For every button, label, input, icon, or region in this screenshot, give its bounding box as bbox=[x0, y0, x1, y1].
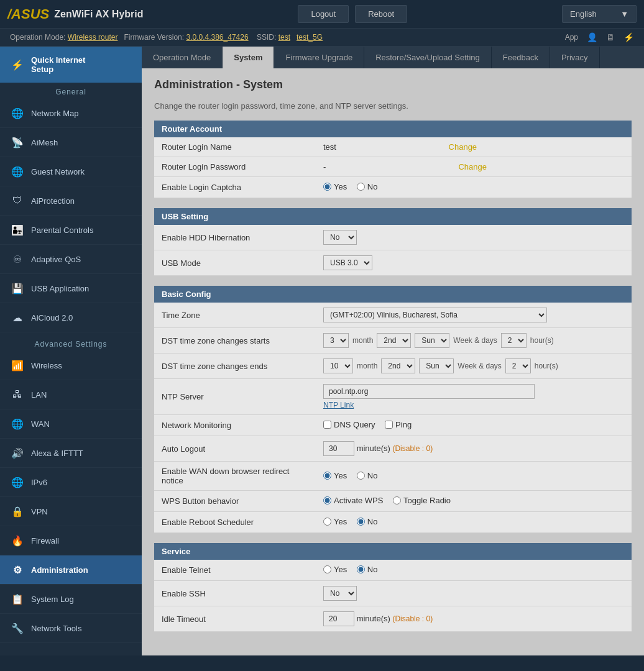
hdd-hibernation-select[interactable]: No Yes bbox=[323, 230, 357, 245]
reboot-no-label[interactable]: No bbox=[357, 517, 378, 526]
statusbar: Operation Mode: Wireless router Firmware… bbox=[0, 29, 644, 47]
dst-start-month-select[interactable]: 3 bbox=[323, 333, 349, 348]
telnet-yes-label[interactable]: Yes bbox=[323, 565, 347, 574]
network-map-icon: 🌐 bbox=[10, 106, 25, 121]
idle-timeout-input[interactable] bbox=[323, 611, 354, 626]
captcha-no-radio[interactable] bbox=[357, 183, 365, 191]
language-selector[interactable]: English ▼ bbox=[562, 5, 637, 23]
dst-end-week-select[interactable]: 2nd bbox=[381, 358, 415, 373]
wan-redirect-no-text: No bbox=[367, 471, 378, 480]
wan-redirect-yes-label[interactable]: Yes bbox=[323, 471, 347, 480]
sidebar-item-wan[interactable]: 🌐 WAN bbox=[0, 409, 142, 439]
sidebar-item-parental-controls[interactable]: 👨‍👧 Parental Controls bbox=[0, 216, 142, 245]
sidebar-item-label: Administration bbox=[31, 565, 88, 575]
sidebar-item-system-log[interactable]: 📋 System Log bbox=[0, 585, 142, 614]
captcha-yes-text: Yes bbox=[334, 182, 347, 191]
ssid-label: SSID: bbox=[257, 33, 276, 42]
dns-query-label[interactable]: DNS Query bbox=[323, 420, 375, 429]
wan-redirect-no-label[interactable]: No bbox=[357, 471, 378, 480]
usb-mode-select[interactable]: USB 2.0 USB 3.0 bbox=[323, 255, 372, 270]
dst-end-cell: 10 month 2nd Sun Week & days bbox=[316, 354, 632, 379]
telnet-no-radio[interactable] bbox=[357, 565, 365, 573]
sidebar-item-guest-network[interactable]: 🌐 Guest Network bbox=[0, 157, 142, 186]
sidebar-item-administration[interactable]: ⚙ Administration bbox=[0, 555, 142, 585]
table-row: Network Monitoring DNS Query Ping bbox=[154, 415, 632, 436]
login-name-change-link[interactable]: Change bbox=[449, 142, 477, 152]
sidebar-item-network-map[interactable]: 🌐 Network Map bbox=[0, 99, 142, 128]
reboot-no-radio[interactable] bbox=[357, 518, 365, 526]
ntp-server-input[interactable] bbox=[323, 384, 535, 399]
wan-redirect-no-radio[interactable] bbox=[357, 472, 365, 480]
tab-feedback[interactable]: Feedback bbox=[492, 47, 550, 68]
captcha-no-label[interactable]: No bbox=[357, 182, 378, 191]
tab-system[interactable]: System bbox=[223, 47, 274, 68]
sidebar-item-usb-application[interactable]: 💾 USB Application bbox=[0, 274, 142, 303]
tab-operation-mode[interactable]: Operation Mode bbox=[142, 47, 223, 68]
captcha-yes-label[interactable]: Yes bbox=[323, 182, 347, 191]
reboot-yes-radio[interactable] bbox=[323, 518, 331, 526]
operation-mode-value[interactable]: Wireless router bbox=[68, 33, 118, 42]
sidebar-item-vpn[interactable]: 🔒 VPN bbox=[0, 497, 142, 526]
usb-setting-table: Enable HDD Hibernation No Yes USB Mode bbox=[154, 225, 632, 276]
sidebar-item-ipv6[interactable]: 🌐 IPv6 bbox=[0, 468, 142, 497]
sidebar-item-label: Alexa & IFTTT bbox=[31, 449, 83, 458]
wan-icon: 🌐 bbox=[10, 416, 25, 431]
service-table: Enable Telnet Yes No bbox=[154, 560, 632, 632]
dst-start-week-select[interactable]: 2nd bbox=[377, 333, 411, 348]
sidebar-item-label: AiMesh bbox=[31, 138, 58, 147]
idle-timeout-unit: minute(s) bbox=[357, 614, 390, 623]
tab-restore-save[interactable]: Restore/Save/Upload Setting bbox=[364, 47, 492, 68]
ping-checkbox[interactable] bbox=[385, 421, 393, 429]
sidebar-item-aicloud[interactable]: ☁ AiCloud 2.0 bbox=[0, 303, 142, 332]
logout-button[interactable]: Logout bbox=[298, 5, 349, 23]
wps-activate-radio[interactable] bbox=[323, 496, 331, 504]
sidebar-item-label: USB Application bbox=[31, 284, 89, 293]
reboot-button[interactable]: Reboot bbox=[355, 5, 407, 23]
sidebar-item-network-tools[interactable]: 🔧 Network Tools bbox=[0, 614, 142, 643]
dst-start-hour-select[interactable]: 2 bbox=[501, 333, 527, 348]
reboot-yes-label[interactable]: Yes bbox=[323, 517, 347, 526]
dns-query-checkbox[interactable] bbox=[323, 421, 331, 429]
tab-firmware-upgrade[interactable]: Firmware Upgrade bbox=[274, 47, 364, 68]
monitor-icon: 🖥 bbox=[606, 32, 615, 42]
captcha-yes-radio[interactable] bbox=[323, 183, 331, 191]
dst-start-day-select[interactable]: Sun bbox=[415, 333, 449, 348]
wan-redirect-yes-radio[interactable] bbox=[323, 472, 331, 480]
auto-logout-input[interactable] bbox=[323, 441, 354, 456]
telnet-yes-radio[interactable] bbox=[323, 565, 331, 573]
person-icon: 👤 bbox=[587, 32, 597, 42]
dst-start-label: DST time zone changes starts bbox=[154, 328, 316, 354]
sidebar-item-aiprotection[interactable]: 🛡 AiProtection bbox=[0, 186, 142, 216]
dst-end-month-select[interactable]: 10 bbox=[323, 358, 353, 373]
sidebar-item-aimesh[interactable]: 📡 AiMesh bbox=[0, 128, 142, 157]
ssh-select[interactable]: No Yes bbox=[323, 586, 357, 601]
quick-internet-setup-button[interactable]: ⚡ Quick InternetSetup bbox=[0, 47, 142, 83]
adaptive-qos-icon: ♾ bbox=[10, 252, 25, 267]
dst-end-day-select[interactable]: Sun bbox=[419, 358, 454, 373]
wps-toggle-label[interactable]: Toggle Radio bbox=[393, 496, 451, 505]
sidebar-item-adaptive-qos[interactable]: ♾ Adaptive QoS bbox=[0, 245, 142, 274]
wan-redirect-yes-text: Yes bbox=[334, 471, 347, 480]
sidebar-item-lan[interactable]: 🖧 LAN bbox=[0, 380, 142, 409]
wireless-icon: 📶 bbox=[10, 358, 25, 373]
ssid-2g[interactable]: test bbox=[278, 33, 290, 42]
dst-start-month-label: month bbox=[352, 336, 373, 345]
ssid-5g[interactable]: test_5G bbox=[297, 33, 323, 42]
telnet-no-label[interactable]: No bbox=[357, 565, 378, 574]
firmware-value[interactable]: 3.0.0.4.386_47426 bbox=[186, 33, 248, 42]
sidebar-item-alexa[interactable]: 🔊 Alexa & IFTTT bbox=[0, 439, 142, 468]
dst-end-hour-select[interactable]: 2 bbox=[505, 358, 531, 373]
hdd-hibernation-label: Enable HDD Hibernation bbox=[154, 225, 316, 250]
ntp-link[interactable]: NTP Link bbox=[323, 401, 624, 409]
timezone-select[interactable]: (GMT+02:00) Vilnius, Bucharest, Sofia bbox=[323, 308, 547, 322]
sidebar-item-wireless[interactable]: 📶 Wireless bbox=[0, 351, 142, 380]
tab-privacy[interactable]: Privacy bbox=[550, 47, 600, 68]
sidebar-item-firewall[interactable]: 🔥 Firewall bbox=[0, 526, 142, 555]
dst-start-cell: 3 month 2nd Sun Week & days bbox=[316, 328, 632, 354]
login-password-change-link[interactable]: Change bbox=[458, 162, 487, 171]
usb-app-icon: 💾 bbox=[10, 281, 25, 296]
ping-label[interactable]: Ping bbox=[385, 420, 412, 429]
wps-activate-label[interactable]: Activate WPS bbox=[323, 496, 383, 505]
wps-toggle-radio[interactable] bbox=[393, 496, 401, 504]
sidebar-item-label: AiCloud 2.0 bbox=[31, 313, 73, 322]
